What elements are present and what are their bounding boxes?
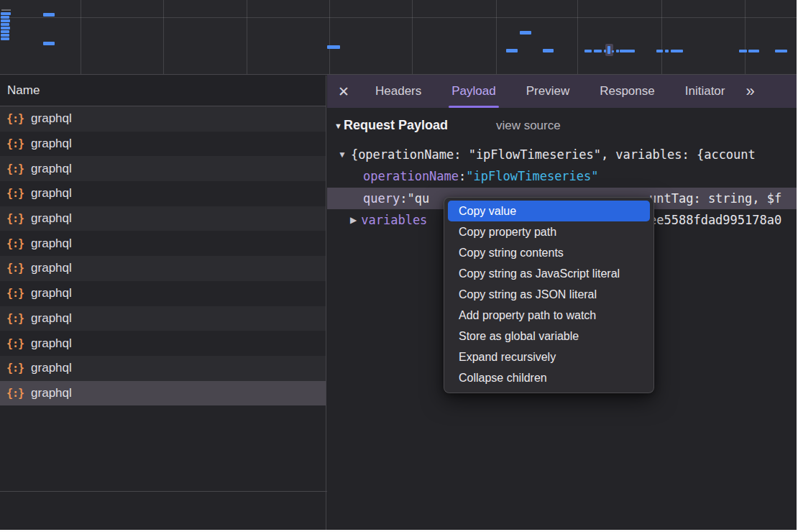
request-timing-bar[interactable] bbox=[43, 42, 55, 45]
grid-line bbox=[329, 0, 330, 74]
request-timing-bar[interactable] bbox=[594, 50, 602, 52]
variables-value-tail: ee5588fdad995178a0 bbox=[649, 213, 781, 227]
menu-item-label: Copy string contents bbox=[459, 247, 564, 260]
network-overview-timeline[interactable] bbox=[0, 0, 797, 75]
request-timing-bar[interactable] bbox=[327, 45, 340, 49]
menu-item-label: Expand recursively bbox=[459, 351, 556, 364]
collapsed-triangle-icon[interactable]: ▶ bbox=[350, 215, 357, 225]
request-timing-bar[interactable] bbox=[620, 50, 635, 52]
request-timing-bar[interactable] bbox=[604, 50, 606, 52]
details-tab[interactable]: Initiator bbox=[670, 75, 740, 108]
request-row-graphql[interactable]: {:} graphql bbox=[0, 132, 326, 157]
grid-line bbox=[661, 0, 662, 74]
request-timing-bar[interactable] bbox=[543, 49, 554, 52]
request-timing-bar[interactable] bbox=[671, 50, 683, 52]
request-timing-bar[interactable] bbox=[775, 50, 787, 52]
request-name: graphql bbox=[31, 286, 72, 301]
name-column-header[interactable]: Name bbox=[0, 75, 326, 106]
request-timing-bar[interactable] bbox=[520, 31, 531, 35]
property-key: variables bbox=[361, 213, 427, 227]
details-tab[interactable]: Preview bbox=[511, 75, 584, 108]
request-row-graphql[interactable]: {:} graphql bbox=[0, 231, 326, 256]
request-timing-bar[interactable] bbox=[506, 49, 518, 52]
json-braces-icon: {:} bbox=[6, 112, 24, 125]
json-braces-icon: {:} bbox=[6, 187, 24, 200]
details-tab[interactable]: Response bbox=[584, 75, 670, 108]
property-value-start: "qu bbox=[407, 191, 429, 206]
request-timing-bar[interactable] bbox=[748, 50, 759, 52]
request-row-graphql[interactable]: {:} graphql bbox=[0, 206, 326, 231]
request-timing-bar[interactable] bbox=[1, 12, 11, 15]
view-source-link[interactable]: view source bbox=[496, 119, 561, 133]
request-timing-bar[interactable] bbox=[1, 19, 10, 22]
grid-line bbox=[412, 0, 413, 74]
context-menu-item[interactable]: Copy string as JSON literal bbox=[448, 284, 650, 305]
grid-line bbox=[496, 0, 497, 74]
tab-label: Payload bbox=[451, 84, 495, 98]
request-timing-bar[interactable] bbox=[584, 50, 592, 52]
request-timing-bar[interactable] bbox=[616, 50, 619, 52]
grid-line bbox=[745, 0, 746, 74]
root-object-preview: {operationName: "ipFlowTimeseries", vari… bbox=[351, 147, 756, 162]
context-menu-item[interactable]: Collapse children bbox=[448, 367, 650, 388]
request-timing-bar[interactable] bbox=[656, 50, 663, 52]
request-row-graphql[interactable]: {:} graphql bbox=[0, 156, 326, 181]
request-name: graphql bbox=[31, 211, 72, 226]
request-timing-bar[interactable] bbox=[43, 13, 55, 17]
grid-line bbox=[81, 0, 81, 74]
context-menu-item[interactable]: Store as global variable bbox=[448, 326, 650, 347]
collapse-triangle-icon[interactable]: ▼ bbox=[334, 121, 342, 130]
request-name: graphql bbox=[31, 137, 72, 151]
request-timing-bar[interactable] bbox=[1, 27, 10, 29]
property-value-string: "ipFlowTimeseries" bbox=[466, 169, 598, 183]
context-menu-item[interactable]: Add property path to watch bbox=[448, 305, 650, 326]
expanded-triangle-icon[interactable]: ▼ bbox=[338, 150, 347, 160]
json-braces-icon: {:} bbox=[6, 287, 24, 300]
more-tabs-chevron-icon[interactable]: » bbox=[746, 82, 754, 101]
request-timing-bar[interactable] bbox=[739, 50, 747, 52]
request-timing-bar[interactable] bbox=[1, 30, 9, 33]
request-timing-bar[interactable] bbox=[1, 34, 9, 37]
request-timing-bar[interactable] bbox=[612, 50, 614, 52]
request-timing-bar[interactable] bbox=[1, 23, 9, 26]
request-row-graphql[interactable]: {:} graphql bbox=[0, 181, 326, 206]
request-name: graphql bbox=[31, 111, 72, 126]
key-separator: : bbox=[459, 169, 466, 183]
request-timing-bar[interactable] bbox=[1, 16, 9, 19]
request-timing-bar[interactable] bbox=[1, 37, 9, 40]
menu-item-label: Copy string as JSON literal bbox=[459, 288, 597, 301]
request-payload-section-header: ▼ Request Payload view source bbox=[334, 118, 561, 133]
json-braces-icon: {:} bbox=[6, 262, 24, 275]
menu-item-label: Add property path to watch bbox=[459, 309, 596, 322]
json-braces-icon: {:} bbox=[6, 237, 24, 250]
context-menu: Copy value Copy property path Copy strin… bbox=[444, 197, 654, 393]
json-braces-icon: {:} bbox=[6, 337, 24, 350]
request-row-graphql[interactable]: {:} graphql bbox=[0, 281, 326, 306]
request-row-graphql[interactable]: {:} graphql bbox=[0, 106, 326, 132]
request-name: graphql bbox=[31, 162, 72, 176]
context-menu-item[interactable]: Copy value bbox=[448, 201, 650, 221]
context-menu-item[interactable]: Expand recursively bbox=[448, 347, 650, 367]
context-menu-item[interactable]: Copy string as JavaScript literal bbox=[448, 263, 650, 284]
request-timing-bar[interactable] bbox=[607, 46, 610, 54]
json-braces-icon: {:} bbox=[6, 212, 24, 225]
details-tab[interactable]: Payload bbox=[436, 75, 510, 108]
context-menu-item[interactable]: Copy property path bbox=[448, 221, 650, 242]
request-name: graphql bbox=[31, 361, 72, 375]
request-row-graphql[interactable]: {:} graphql bbox=[0, 381, 326, 406]
grid-line bbox=[577, 0, 578, 74]
request-timing-bar[interactable] bbox=[665, 50, 669, 52]
details-tab[interactable]: Headers bbox=[360, 75, 436, 108]
request-rows: {:} graphql {:} graphql {:} graphql {:} … bbox=[0, 106, 326, 405]
details-tab-bar: ✕ Headers Payload Preview Response Initi… bbox=[327, 75, 797, 108]
context-menu-item[interactable]: Copy string contents bbox=[448, 242, 650, 263]
request-row-graphql[interactable]: {:} graphql bbox=[0, 306, 326, 331]
close-icon[interactable]: ✕ bbox=[327, 83, 360, 100]
request-row-graphql[interactable]: {:} graphql bbox=[0, 356, 326, 381]
request-row-graphql[interactable]: {:} graphql bbox=[0, 331, 326, 356]
request-row-graphql[interactable]: {:} graphql bbox=[0, 256, 326, 281]
request-name: graphql bbox=[31, 261, 72, 275]
payload-root-node[interactable]: ▼ {operationName: "ipFlowTimeseries", va… bbox=[327, 144, 797, 165]
operation-name-property[interactable]: operationName: "ipFlowTimeseries" bbox=[327, 165, 797, 187]
tab-label: Preview bbox=[526, 84, 569, 98]
